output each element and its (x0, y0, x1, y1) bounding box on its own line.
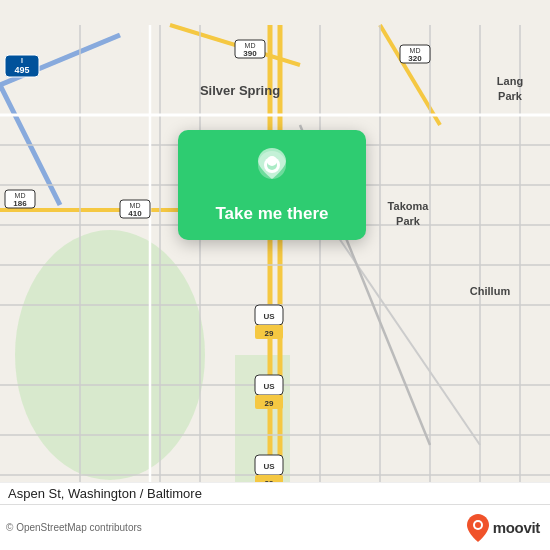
svg-text:MD: MD (410, 47, 421, 54)
location-name-text: Aspen St, Washington / Baltimore (8, 486, 202, 501)
svg-text:MD: MD (15, 192, 26, 199)
svg-text:29: 29 (265, 399, 274, 408)
svg-text:Park: Park (498, 90, 523, 102)
location-card[interactable]: Take me there (178, 130, 366, 240)
svg-point-70 (267, 156, 277, 166)
take-me-there-label: Take me there (215, 204, 328, 224)
svg-text:Lang: Lang (497, 75, 523, 87)
svg-text:MD: MD (245, 42, 256, 49)
map-svg: US 29 US 29 US 29 I 495 MD 410 MD 390 MD… (0, 0, 550, 550)
svg-text:US: US (263, 462, 275, 471)
moovit-text: moovit (493, 519, 540, 536)
osm-attribution: © OpenStreetMap contributors (6, 522, 142, 533)
svg-text:US: US (263, 312, 275, 321)
svg-text:Chillum: Chillum (470, 285, 511, 297)
bottom-bar: © OpenStreetMap contributors moovit (0, 504, 550, 550)
svg-text:Takoma: Takoma (388, 200, 430, 212)
svg-text:29: 29 (265, 329, 274, 338)
map-container: US 29 US 29 US 29 I 495 MD 410 MD 390 MD… (0, 0, 550, 550)
svg-text:Park: Park (396, 215, 421, 227)
svg-point-72 (475, 522, 481, 528)
svg-text:MD: MD (130, 202, 141, 209)
svg-text:US: US (263, 382, 275, 391)
street-label: Aspen St, Washington / Baltimore (0, 482, 550, 504)
svg-point-5 (15, 230, 205, 480)
svg-text:320: 320 (408, 54, 422, 63)
svg-text:495: 495 (14, 65, 29, 75)
svg-text:Silver Spring: Silver Spring (200, 83, 280, 98)
svg-text:186: 186 (13, 199, 27, 208)
svg-text:390: 390 (243, 49, 257, 58)
location-pin-icon (254, 148, 290, 196)
svg-text:410: 410 (128, 209, 142, 218)
svg-text:I: I (21, 57, 23, 64)
moovit-logo-icon (467, 514, 489, 542)
moovit-logo: moovit (467, 514, 540, 542)
